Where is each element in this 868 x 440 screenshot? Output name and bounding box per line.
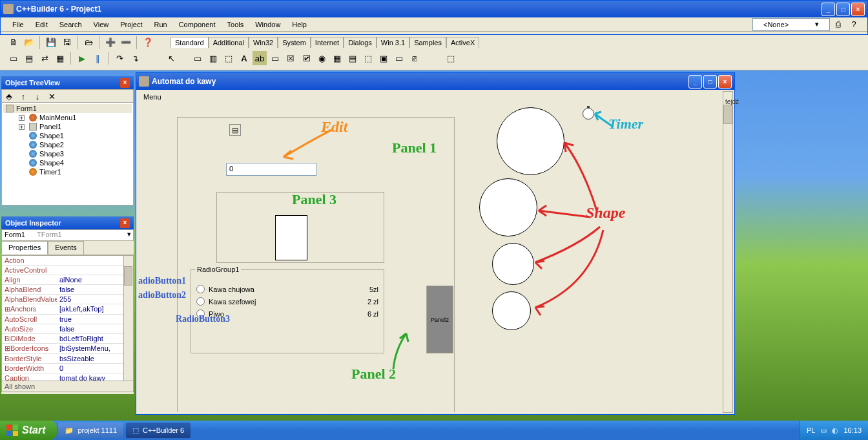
prop-value[interactable]: false [57,324,133,334]
tab-win32[interactable]: Win32 [249,37,278,48]
prop-name[interactable]: BorderStyle [2,354,57,364]
pause-icon[interactable]: ‖ [90,51,105,65]
component-checkbox-icon[interactable]: ☒ [284,51,298,65]
menu-help[interactable]: Help [287,19,312,30]
toolbar-icon[interactable]: ⎙ [831,17,845,32]
prop-value[interactable]: true [57,315,133,324]
tree-down-icon[interactable]: ↓ [32,91,43,101]
shape3[interactable] [492,243,534,285]
run-icon[interactable]: ▶ [75,51,89,65]
radiobutton3[interactable] [196,309,205,318]
tab-win31[interactable]: Win 3.1 [377,37,409,48]
component-memo-icon[interactable]: ab [253,51,267,65]
tab-samples[interactable]: Samples [409,37,446,48]
tab-additional[interactable]: Additional [209,37,249,48]
tree-item-shape2[interactable]: Shape2 [16,140,132,149]
prop-value[interactable]: bsSizeable [57,354,133,364]
toolbar-icon[interactable]: ? [847,17,861,32]
tray-icon[interactable]: ▭ [820,426,827,435]
maximize-button[interactable]: □ [703,75,717,89]
menu-window[interactable]: Window [250,19,285,30]
taskbar-item-cppbuilder[interactable]: ⬚C++Builder 6 [126,423,191,438]
toggle-icon[interactable]: ⇄ [37,51,52,65]
menu-project[interactable]: Project [115,19,147,30]
scrollbar[interactable] [123,256,133,381]
tree-item-panel1[interactable]: +Panel1 [16,122,132,131]
prop-value[interactable] [57,266,133,275]
open-icon[interactable]: 📂 [22,36,36,50]
prop-name[interactable]: ⊞Anchors [2,304,57,315]
timer1[interactable] [583,108,594,120]
radiogroup1[interactable]: RadioGroup1 Kawa chujowa 5zl Kawa szefow… [191,269,384,353]
tree-item-shape4[interactable]: Shape4 [16,158,132,167]
tree-del-icon[interactable]: ✕ [46,91,57,101]
panel3[interactable] [216,192,384,263]
prop-name[interactable]: AlphaBlendValue [2,295,57,304]
minimize-button[interactable]: _ [688,75,702,89]
save-icon[interactable]: 💾 [44,36,58,50]
component-groupbox-icon[interactable]: ⬚ [361,51,375,65]
prop-name[interactable]: ActiveControl [2,266,57,275]
new-form-icon[interactable]: ▦ [53,51,67,65]
form-menu[interactable]: Menu [138,92,170,103]
prop-value[interactable]: 0 [57,364,133,373]
menu-file[interactable]: File [7,19,29,30]
ide-titlebar[interactable]: C++Builder 6 - Project1 _ □ × [1,1,867,17]
tree-item-form1[interactable]: Form1 [3,104,132,113]
tray-clock[interactable]: 16:13 [843,426,862,434]
inspector-object-name[interactable]: Form1 [2,230,34,240]
dropdown-icon[interactable]: ▾ [125,230,133,240]
prop-name[interactable]: Caption [2,373,57,381]
tab-properties[interactable]: Properties [1,241,48,255]
taskbar-item-projekt[interactable]: 📁projekt 1111 [58,423,123,438]
component-radio-icon[interactable]: 🗹 [299,51,313,65]
tab-system[interactable]: System [278,37,311,48]
prop-value[interactable]: [biSystemMenu, [57,344,133,354]
prop-value[interactable]: tomat do kawy [57,373,133,381]
save-all-icon[interactable]: 🖫 [59,36,74,50]
menu-edit[interactable]: Edit [30,19,53,30]
scroll-thumb[interactable] [124,266,132,286]
menu-tools[interactable]: Tools [222,19,249,30]
component-combobox-icon[interactable]: ▦ [330,51,344,65]
prop-value[interactable]: [akLeft,akTop] [57,304,133,315]
open-project-icon[interactable]: 🗁 [81,36,96,50]
tab-events[interactable]: Events [48,241,84,255]
component-button-icon[interactable]: ▭ [268,51,282,65]
tab-dialogs[interactable]: Dialogs [344,37,377,48]
tray-icon[interactable]: ◐ [832,426,838,435]
prop-name[interactable]: ⊞BorderIcons [2,344,57,354]
shape4[interactable] [492,291,531,330]
prop-name[interactable]: AlphaBlend [2,285,57,295]
treeview-title[interactable]: Object TreeView × [1,76,134,89]
vertical-scrollbar[interactable] [723,91,733,413]
help-icon[interactable]: ❓ [141,36,155,50]
prop-value[interactable]: alNone [57,275,133,285]
close-button[interactable]: × [851,3,865,16]
component-actionlist-icon[interactable]: ⎚ [408,51,422,65]
project-combo[interactable]: <None>▾ [752,18,830,31]
tree-item-mainmenu1[interactable]: +MainMenu1 [16,113,132,122]
tree-item-timer1[interactable]: Timer1 [16,167,132,176]
component-popupmenu-icon[interactable]: ▥ [206,51,220,65]
expand-icon[interactable]: + [19,115,25,121]
menu-search[interactable]: Search [54,19,87,30]
form-designer-window[interactable]: Automat do kawy _ □ × Menu ▤ 0 RadioGrou… [136,72,735,415]
view-unit-icon[interactable]: ▤ [22,51,36,65]
tray-lang[interactable]: PL [807,426,815,434]
panel2[interactable]: Panel2 [426,286,453,353]
component-listbox-icon[interactable]: ◉ [315,51,329,65]
inspector-title[interactable]: Object Inspector × [1,216,134,229]
component-scrollbar-icon[interactable]: ▤ [346,51,360,65]
new-icon[interactable]: 🗎 [6,36,21,50]
prop-name[interactable]: Action [2,256,57,266]
tree-up-icon[interactable]: ⬘ [3,91,15,101]
prop-name[interactable]: BorderWidth [2,364,57,373]
component-label-icon[interactable]: ⬚ [222,51,236,65]
cursor-icon[interactable]: ↖ [164,51,178,65]
prop-value[interactable]: false [57,285,133,295]
form-canvas[interactable]: ▤ 0 RadioGroup1 Kawa chujowa 5zl Kawa sz… [138,104,723,412]
tab-activex[interactable]: ActiveX [446,37,479,48]
component-mainmenu-icon[interactable]: ▭ [191,51,205,65]
maximize-button[interactable]: □ [836,3,850,16]
